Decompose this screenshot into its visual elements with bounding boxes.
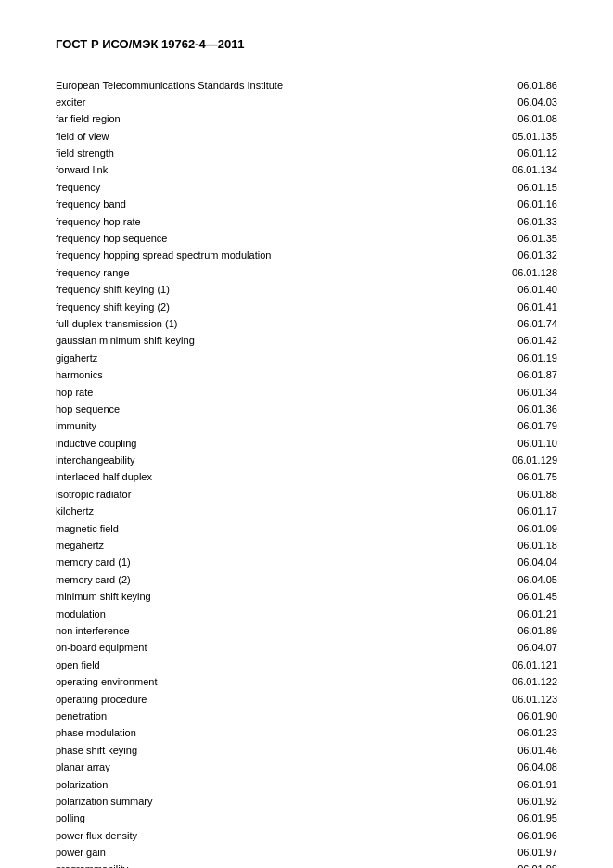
term-cell: programmability bbox=[56, 862, 407, 868]
table-row: field strength06.01.12 bbox=[56, 146, 557, 162]
term-cell: operating procedure bbox=[56, 691, 407, 708]
ref-cell: 06.01.92 bbox=[407, 793, 557, 810]
ref-cell: 06.01.18 bbox=[407, 538, 557, 555]
term-cell: interchangeability bbox=[56, 453, 407, 469]
term-cell: frequency band bbox=[56, 197, 407, 213]
table-row: power flux density06.01.96 bbox=[56, 827, 557, 844]
table-row: forward link06.01.134 bbox=[56, 162, 557, 179]
term-cell: hop rate bbox=[56, 384, 407, 401]
term-cell: gigahertz bbox=[56, 350, 407, 366]
term-cell: power flux density bbox=[56, 827, 407, 844]
ref-cell: 06.01.32 bbox=[407, 248, 557, 264]
table-row: interchangeability06.01.129 bbox=[56, 453, 557, 469]
term-cell: memory card (1) bbox=[56, 555, 407, 571]
table-row: interlaced half duplex06.01.75 bbox=[56, 469, 557, 486]
table-row: far field region06.01.08 bbox=[56, 111, 557, 128]
ref-cell: 06.01.122 bbox=[407, 674, 557, 691]
table-row: non interference06.01.89 bbox=[56, 623, 557, 640]
term-cell: forward link bbox=[56, 162, 407, 179]
ref-cell: 06.01.21 bbox=[407, 606, 557, 622]
ref-cell: 06.01.88 bbox=[407, 486, 557, 503]
term-cell: frequency shift keying (1) bbox=[56, 282, 407, 299]
ref-cell: 06.01.128 bbox=[407, 264, 557, 281]
ref-cell: 06.01.36 bbox=[407, 401, 557, 417]
term-cell: exciter bbox=[56, 94, 407, 110]
table-row: inductive coupling06.01.10 bbox=[56, 435, 557, 452]
term-cell: on-board equipment bbox=[56, 640, 407, 657]
table-row: megahertz06.01.18 bbox=[56, 538, 557, 555]
table-row: polling06.01.95 bbox=[56, 811, 557, 827]
page-title: ГОСТ Р ИСО/МЭК 19762-4—2011 bbox=[56, 37, 557, 51]
ref-cell: 06.01.41 bbox=[407, 299, 557, 315]
term-cell: inductive coupling bbox=[56, 435, 407, 452]
term-cell: polling bbox=[56, 811, 407, 827]
term-cell: non interference bbox=[56, 623, 407, 640]
term-cell: European Telecommunications Standards In… bbox=[56, 77, 407, 94]
ref-cell: 06.01.34 bbox=[407, 384, 557, 401]
table-row: field of view05.01.135 bbox=[56, 128, 557, 145]
ref-cell: 06.01.79 bbox=[407, 418, 557, 435]
ref-cell: 06.01.35 bbox=[407, 231, 557, 248]
ref-cell: 06.01.74 bbox=[407, 315, 557, 332]
term-cell: planar array bbox=[56, 760, 407, 776]
ref-cell: 06.01.87 bbox=[407, 367, 557, 384]
ref-cell: 06.04.07 bbox=[407, 640, 557, 657]
ref-cell: 06.01.86 bbox=[407, 77, 557, 94]
term-cell: power gain bbox=[56, 845, 407, 862]
term-cell: magnetic field bbox=[56, 520, 407, 537]
ref-cell: 06.01.123 bbox=[407, 691, 557, 708]
ref-cell: 06.01.33 bbox=[407, 213, 557, 230]
term-cell: megahertz bbox=[56, 538, 407, 555]
term-cell: phase shift keying bbox=[56, 742, 407, 759]
ref-cell: 06.01.98 bbox=[407, 862, 557, 868]
ref-cell: 06.01.10 bbox=[407, 435, 557, 452]
ref-cell: 06.01.129 bbox=[407, 453, 557, 469]
term-cell: operating environment bbox=[56, 674, 407, 691]
table-row: frequency band06.01.16 bbox=[56, 197, 557, 213]
table-row: frequency06.01.15 bbox=[56, 179, 557, 196]
ref-cell: 06.01.23 bbox=[407, 725, 557, 742]
ref-cell: 06.01.15 bbox=[407, 179, 557, 196]
term-cell: isotropic radiator bbox=[56, 486, 407, 503]
table-row: memory card (1)06.04.04 bbox=[56, 555, 557, 571]
term-cell: phase modulation bbox=[56, 725, 407, 742]
term-cell: polarization summary bbox=[56, 793, 407, 810]
ref-cell: 06.01.90 bbox=[407, 708, 557, 724]
ref-cell: 06.04.08 bbox=[407, 760, 557, 776]
term-cell: minimum shift keying bbox=[56, 589, 407, 606]
ref-cell: 06.01.75 bbox=[407, 469, 557, 486]
ref-cell: 06.01.95 bbox=[407, 811, 557, 827]
table-row: frequency hop rate06.01.33 bbox=[56, 213, 557, 230]
table-row: frequency hopping spread spectrum modula… bbox=[56, 248, 557, 264]
table-row: operating environment06.01.122 bbox=[56, 674, 557, 691]
table-row: programmability06.01.98 bbox=[56, 862, 557, 868]
table-row: gaussian minimum shift keying06.01.42 bbox=[56, 333, 557, 350]
term-cell: immunity bbox=[56, 418, 407, 435]
term-cell: polarization bbox=[56, 776, 407, 793]
term-cell: modulation bbox=[56, 606, 407, 622]
table-row: harmonics06.01.87 bbox=[56, 367, 557, 384]
term-cell: penetration bbox=[56, 708, 407, 724]
table-row: memory card (2)06.04.05 bbox=[56, 571, 557, 588]
term-cell: full-duplex transmission (1) bbox=[56, 315, 407, 332]
term-cell: frequency range bbox=[56, 264, 407, 281]
table-row: kilohertz06.01.17 bbox=[56, 504, 557, 520]
term-cell: frequency hopping spread spectrum modula… bbox=[56, 248, 407, 264]
ref-cell: 06.01.45 bbox=[407, 589, 557, 606]
table-row: polarization06.01.91 bbox=[56, 776, 557, 793]
table-row: gigahertz06.01.19 bbox=[56, 350, 557, 366]
ref-cell: 06.01.12 bbox=[407, 146, 557, 162]
table-row: open field06.01.121 bbox=[56, 657, 557, 673]
table-row: frequency hop sequence06.01.35 bbox=[56, 231, 557, 248]
table-row: full-duplex transmission (1)06.01.74 bbox=[56, 315, 557, 332]
term-cell: far field region bbox=[56, 111, 407, 128]
term-cell: gaussian minimum shift keying bbox=[56, 333, 407, 350]
ref-cell: 06.04.04 bbox=[407, 555, 557, 571]
ref-cell: 06.01.19 bbox=[407, 350, 557, 366]
table-row: phase modulation06.01.23 bbox=[56, 725, 557, 742]
ref-cell: 06.01.09 bbox=[407, 520, 557, 537]
term-cell: kilohertz bbox=[56, 504, 407, 520]
term-cell: open field bbox=[56, 657, 407, 673]
table-row: hop rate06.01.34 bbox=[56, 384, 557, 401]
table-row: on-board equipment06.04.07 bbox=[56, 640, 557, 657]
